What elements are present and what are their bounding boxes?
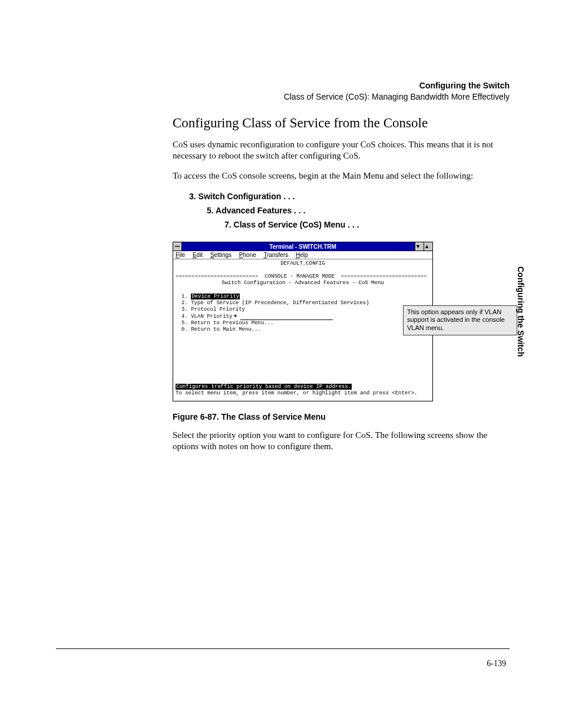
cos-menu-item[interactable]: 2. Type of Service (IP Precedence, Diffe… (176, 300, 430, 307)
body-paragraph-1: CoS uses dynamic reconfiguration to conf… (173, 139, 503, 162)
status-line-1: Configures traffic priority based on dev… (176, 384, 430, 390)
menu-path-l1: 3. Switch Configuration . . . (189, 190, 503, 204)
footer-rule (56, 648, 510, 649)
menu-path-l3: 7. Class of Service (CoS) Menu . . . (224, 218, 503, 232)
cos-menu-item[interactable]: 5. Return to Previous Menu... (176, 320, 430, 327)
menu-edit[interactable]: Edit (193, 252, 203, 258)
minimize-button[interactable] (415, 242, 424, 251)
callout-connector (240, 319, 333, 320)
figure-caption: Figure 6-87. The Class of Service Menu (173, 412, 503, 421)
body-paragraph-2: To access the CoS console screens, begin… (173, 170, 503, 182)
console-banner: ========================== CONSOLE - MAN… (176, 274, 430, 280)
system-menu-icon[interactable] (173, 242, 182, 251)
callout-box: This option appears only if VLAN support… (403, 305, 517, 335)
page-number: 6-139 (487, 659, 506, 668)
cos-menu-item[interactable]: 0. Return to Main Menu... (176, 327, 430, 333)
section-heading: Configuring Class of Service from the Co… (173, 116, 503, 131)
status-line-2: To select menu item, press item number, … (176, 390, 430, 397)
menu-file[interactable]: File (176, 252, 185, 258)
cos-menu-item[interactable]: 3. Protocol Priority (176, 307, 430, 313)
callout-text: This option appears only if VLAN support… (407, 308, 505, 332)
menu-phone[interactable]: Phone (239, 252, 256, 258)
terminal-window: Terminal - SWITCH.TRM File Edit Settings… (173, 242, 433, 401)
menu-help[interactable]: Help (296, 252, 308, 258)
terminal-title-text: Terminal - SWITCH.TRM (269, 243, 336, 250)
menu-transfers[interactable]: Transfers (263, 252, 288, 258)
running-header: Configuring the Switch Class of Service … (56, 80, 510, 103)
cos-menu-item[interactable]: 1. Device Priority (176, 294, 430, 300)
menu-settings[interactable]: Settings (210, 252, 232, 258)
body-paragraph-3: Select the priority option you want to c… (173, 430, 503, 453)
terminal-body: DEFAULT_CONFIG =========================… (173, 259, 432, 401)
side-tab: Configuring the Switch (516, 266, 525, 357)
terminal-menu-bar[interactable]: File Edit Settings Phone Transfers Help (173, 251, 432, 259)
callout-arrow-icon (233, 314, 236, 319)
breadcrumb: Switch Configuration - Advanced Features… (176, 280, 430, 286)
header-subtitle: Class of Service (CoS): Managing Bandwid… (284, 92, 510, 101)
menu-path-l2: 5. Advanced Features . . . (207, 204, 503, 218)
header-title: Configuring the Switch (419, 81, 510, 90)
maximize-button[interactable] (424, 242, 432, 251)
default-config-label: DEFAULT_CONFIG (176, 261, 430, 267)
menu-path: 3. Switch Configuration . . . 5. Advance… (173, 190, 503, 232)
terminal-title-bar: Terminal - SWITCH.TRM (173, 242, 432, 251)
